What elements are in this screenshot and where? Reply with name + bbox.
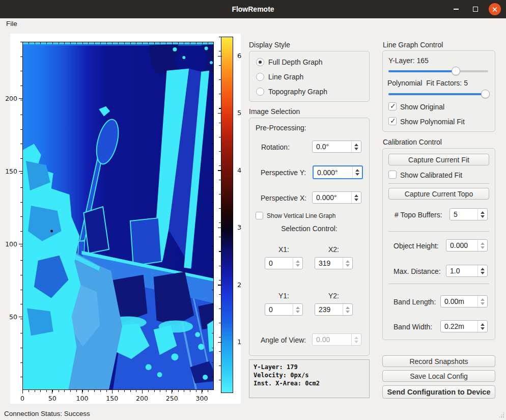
- perspective-y-label: Perspective Y:: [261, 169, 306, 177]
- perspective-x-value: 0.000°: [313, 193, 351, 202]
- perspective-x-spinbox[interactable]: 0.000°: [312, 191, 361, 204]
- minimize-button[interactable]: [450, 3, 462, 15]
- object-height-spinbox[interactable]: 0.000: [446, 239, 488, 251]
- x-tick-label: 50: [45, 395, 60, 402]
- x-axis-minor-ticks: [22, 390, 214, 392]
- figure-canvas: 05010015020025030050100150200123456: [10, 34, 241, 404]
- y-layer-slider-track[interactable]: [388, 70, 488, 72]
- save-local-config-button[interactable]: Save Local Config: [382, 370, 495, 382]
- show-original-checkbox[interactable]: [388, 102, 397, 110]
- y-axis-minor-ticks: [20, 42, 22, 390]
- band-length-spinner-arrows[interactable]: [477, 296, 487, 307]
- y-tick-mark: [19, 171, 22, 172]
- selection-control-label: Selection Control:: [249, 225, 370, 233]
- angle-of-view-spinbox: 0.00: [312, 333, 361, 346]
- maximize-button[interactable]: [469, 3, 482, 15]
- x2-spinbox[interactable]: 319: [315, 257, 353, 269]
- y-layer-slider[interactable]: [388, 67, 488, 76]
- angle-of-view-label: Angle of View:: [261, 336, 306, 344]
- calibration-control-title: Calibration Control: [383, 138, 442, 146]
- max-distance-spinner-arrows[interactable]: [477, 265, 487, 276]
- y-tick-label: 150: [5, 167, 17, 175]
- calibration-divider-2: [388, 231, 489, 232]
- x-tick-label: 150: [104, 395, 120, 402]
- x2-label: X2:: [315, 245, 353, 254]
- preprocessing-label: Pre-Processing:: [256, 124, 306, 132]
- calibration-divider-3: [388, 284, 489, 284]
- max-distance-label: Max. Distance:: [393, 267, 441, 275]
- y2-spinner-arrows[interactable]: [343, 304, 352, 315]
- topo-buffers-spinbox[interactable]: 5: [449, 208, 488, 220]
- close-button[interactable]: ✕: [489, 3, 501, 15]
- rotation-spinner-arrows[interactable]: [351, 141, 361, 152]
- rotation-spinbox[interactable]: 0.0°: [312, 141, 361, 153]
- object-height-label: Object Height:: [393, 242, 439, 250]
- colorbar-tick-mark: [218, 113, 222, 114]
- band-width-spinbox[interactable]: 0.22m: [440, 320, 488, 332]
- y-tick-label: 50: [5, 313, 17, 321]
- depth-image: [23, 42, 213, 389]
- plot-area: [22, 42, 214, 390]
- angle-of-view-value: 0.00: [313, 335, 351, 344]
- y1-spinbox[interactable]: 0: [265, 303, 303, 316]
- band-length-spinbox[interactable]: 0.00m: [440, 295, 488, 307]
- topo-buffers-label: # Topo Buffers:: [395, 211, 442, 219]
- menu-file[interactable]: File: [0, 18, 23, 29]
- poly-fit-slider-label: Polynomial Fit Factors: 5: [387, 79, 468, 87]
- x-tick-mark: [82, 390, 82, 394]
- show-calibrated-fit-checkbox[interactable]: [388, 171, 397, 179]
- image-selection-title: Image Selection: [249, 107, 300, 116]
- send-configuration-button[interactable]: Send Configuration to Device: [382, 385, 495, 399]
- record-snapshots-button[interactable]: Record Snapshots: [382, 355, 495, 367]
- x1-spinner-arrows[interactable]: [293, 258, 302, 269]
- perspective-y-spinner-arrows[interactable]: [352, 166, 362, 178]
- y2-spinbox[interactable]: 239: [315, 303, 353, 316]
- readout-line-xarea: Inst. X-Area: 0cm2: [254, 379, 365, 387]
- y-tick-mark: [19, 244, 22, 244]
- x-tick-mark: [172, 390, 172, 394]
- rotation-label: Rotation:: [261, 143, 290, 151]
- y-tick-label: 100: [5, 240, 17, 248]
- show-vertical-line-graph-checkbox[interactable]: [256, 212, 263, 219]
- radio-line-graph[interactable]: [256, 73, 264, 81]
- show-polynomial-fit-checkbox[interactable]: [388, 117, 397, 125]
- capture-current-fit-button[interactable]: Capture Current Fit: [388, 154, 489, 165]
- x2-spinner-arrows[interactable]: [343, 258, 352, 269]
- image-selection-group: [249, 118, 370, 356]
- max-distance-value: 1.0: [446, 267, 477, 275]
- colorbar-tick-mark: [218, 342, 222, 343]
- radio-topography-graph[interactable]: [256, 88, 264, 96]
- perspective-x-spinner-arrows[interactable]: [351, 192, 361, 203]
- poly-fit-slider-handle[interactable]: [481, 90, 490, 98]
- y-layer-slider-handle[interactable]: [452, 67, 460, 75]
- x1-spinbox[interactable]: 0: [265, 257, 303, 269]
- capture-current-topo-button[interactable]: Capture Current Topo: [388, 188, 489, 200]
- band-width-spinner-arrows[interactable]: [477, 321, 487, 332]
- radio-full-depth-graph[interactable]: [256, 58, 264, 66]
- max-distance-spinbox[interactable]: 1.0: [446, 265, 488, 277]
- y1-value: 0: [265, 305, 293, 314]
- minimize-icon: [454, 9, 459, 10]
- title-bar: FlowRemote ✕: [0, 0, 506, 18]
- angle-of-view-spinner-arrows: [351, 334, 361, 345]
- perspective-y-spinbox[interactable]: 0.000°: [313, 165, 363, 179]
- x-tick-label: 0: [15, 395, 30, 402]
- topo-buffers-spinner-arrows[interactable]: [477, 209, 487, 220]
- colorbar-tick-label: 6: [237, 52, 241, 60]
- object-height-value: 0.000: [446, 241, 477, 249]
- x-tick-mark: [202, 390, 202, 394]
- perspective-y-value: 0.000°: [314, 169, 352, 177]
- object-height-spinner-arrows[interactable]: [477, 240, 487, 251]
- colorbar-tick-mark: [218, 228, 222, 229]
- poly-fit-slider-track[interactable]: [388, 93, 488, 95]
- x1-label: X1:: [265, 245, 303, 254]
- show-original-label: Show Original: [400, 103, 444, 111]
- show-polynomial-fit-label: Show Polynomial Fit: [400, 118, 465, 126]
- colorbar-tick-mark: [218, 56, 222, 57]
- poly-fit-slider[interactable]: [388, 90, 488, 99]
- y1-spinner-arrows[interactable]: [293, 304, 302, 315]
- window-title: FlowRemote: [0, 5, 506, 13]
- readout-box: Y-Layer: 179 Velocity: 0px/s Inst. X-Are…: [249, 359, 370, 398]
- menu-bar: File: [0, 18, 506, 30]
- x-tick-label: 300: [194, 395, 210, 402]
